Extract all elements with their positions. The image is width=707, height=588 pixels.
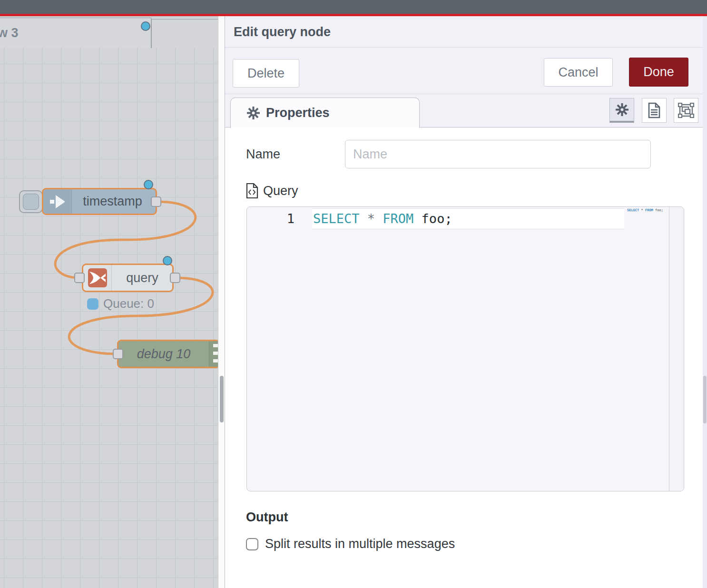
status-dot [87,298,98,310]
page-vertical-scrollbar[interactable] [703,16,707,588]
tab-properties[interactable]: Properties [230,98,420,128]
sql-identifier: foo; [413,211,452,226]
page-scrollbar-thumb[interactable] [703,376,707,423]
node-changed-dot [163,256,172,265]
split-results-label: Split results in multiple messages [265,537,455,551]
document-icon [646,102,662,119]
dialog-header: Edit query node [225,16,703,48]
split-results-checkbox[interactable] [246,538,258,550]
description-tab-button[interactable] [642,98,667,123]
mysql-icon [88,268,107,287]
split-results-row: Split results in multiple messages [246,537,455,551]
dialog-tabbar: Properties [225,94,703,127]
name-label: Name [246,140,280,168]
query-output-port[interactable] [170,273,180,283]
gear-icon [247,107,260,119]
output-section-label: Output [246,510,288,525]
top-toolbar [0,0,707,14]
minimap-text: SELECT [627,208,639,212]
minimap-text: * [639,208,645,212]
inject-arrow-icon [49,193,66,210]
object-group-icon [678,102,695,119]
editor-line-number: 1 [247,208,295,229]
node-label: debug 10 [123,341,204,367]
name-input[interactable] [345,140,651,168]
query-input-port[interactable] [74,273,85,283]
minimap-text: foo; [653,208,663,212]
dialog-form: Name Query 1 SELECT * FROM foo; SELECT *… [225,127,703,588]
edit-node-dialog: Edit query node Delete Cancel Done [225,16,703,588]
inject-trigger-button[interactable] [19,190,43,213]
done-button[interactable]: Done [629,58,688,87]
canvas-vertical-scrollbar[interactable] [218,16,225,588]
dialog-button-row: Delete Cancel Done [225,48,703,94]
debug-input-port[interactable] [113,349,123,359]
appearance-tab-button[interactable] [674,98,698,123]
query-field-label: Query [246,181,298,201]
node-label: timestamp [72,189,153,214]
node-label: query [112,265,172,291]
cancel-button[interactable]: Cancel [544,58,613,87]
gear-icon [616,103,628,116]
editor-minimap[interactable]: SELECT * FROM foo; [624,207,669,491]
inject-trigger-button-face[interactable] [23,194,39,210]
file-code-icon [246,183,258,198]
editor-scrollbar-track[interactable] [670,207,684,491]
node-debug[interactable]: debug 10 [117,340,218,368]
debug-stripes-decoration [213,344,218,364]
delete-button[interactable]: Delete [233,59,299,88]
inject-icon-region [43,189,72,214]
timestamp-output-port[interactable] [151,196,161,207]
minimap-text: FROM [645,208,653,212]
sql-keyword: SELECT [313,211,360,226]
sql-keyword: FROM [383,211,413,226]
dialog-title: Edit query node [234,16,331,48]
editor-code-line[interactable]: SELECT * FROM foo; [313,208,452,229]
sql-operator: * [360,211,383,226]
flow-canvas[interactable]: w 3 timestamp [0,16,218,588]
tab-properties-label: Properties [266,106,330,120]
query-icon-region [83,265,112,291]
status-text: Queue: 0 [103,296,154,311]
sql-code-editor[interactable]: 1 SELECT * FROM foo; SELECT * FROM foo; [246,206,684,491]
debug-icon-region [209,341,218,367]
node-timestamp[interactable]: timestamp [42,188,157,215]
node-changed-dot [144,180,153,189]
node-query[interactable]: query [82,264,174,292]
query-label: Query [263,184,298,198]
query-node-status: Queue: 0 [87,296,154,311]
canvas-scrollbar-thumb[interactable] [220,376,224,422]
properties-view-button[interactable] [609,98,634,123]
